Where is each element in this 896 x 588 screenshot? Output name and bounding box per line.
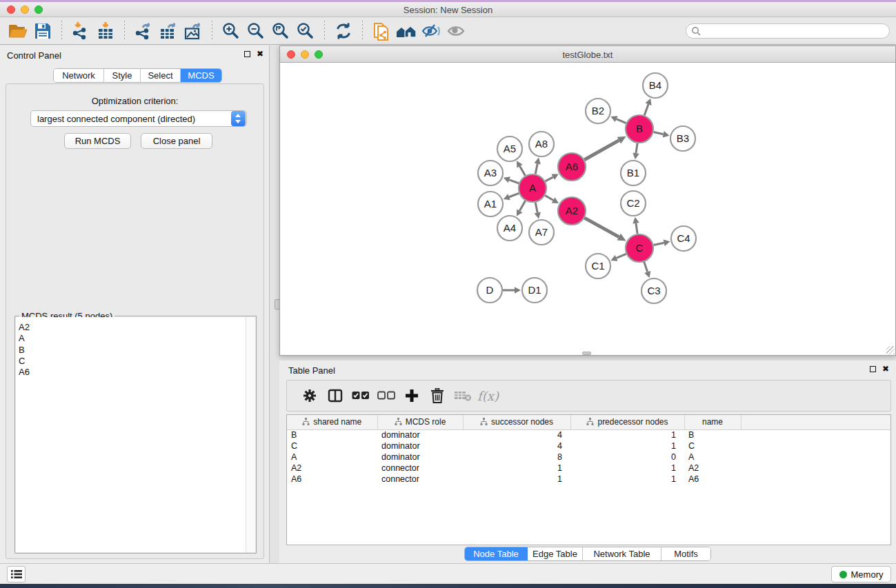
result-list-item[interactable]: A2: [19, 322, 246, 333]
graph-edge-A-A5[interactable]: [520, 166, 526, 176]
graph-edge-A-A3[interactable]: [509, 180, 519, 183]
control-panel: Control Panel ✖ Network Style Select MCD…: [0, 45, 270, 563]
graph-node-label: A3: [484, 167, 497, 179]
memory-button[interactable]: Memory: [831, 566, 891, 582]
select-all-icon[interactable]: [348, 384, 373, 407]
graph-node-label: B: [636, 123, 643, 134]
zoom-out-icon[interactable]: [243, 19, 268, 43]
graph-node-label: A6: [566, 161, 578, 172]
result-list-item[interactable]: B: [19, 345, 246, 356]
delete-columns-icon[interactable]: [424, 384, 450, 407]
float-table-panel-icon[interactable]: [870, 366, 876, 372]
graph-edge-C-C2[interactable]: [636, 223, 637, 234]
mcds-result-list[interactable]: A2ABCA6: [16, 317, 246, 552]
graph-edge-A-A8[interactable]: [535, 163, 537, 174]
graph-arrowhead: [663, 131, 670, 137]
optimization-criterion-select[interactable]: largest connected component (directed): [30, 110, 247, 127]
table-row[interactable]: Cdominator41C: [287, 440, 890, 452]
col-name[interactable]: name: [684, 415, 741, 429]
graph-edge-A-A7[interactable]: [535, 203, 537, 213]
table-row[interactable]: A6connector11A6: [287, 474, 890, 485]
resize-grip[interactable]: [886, 346, 895, 354]
col-shared-name[interactable]: shared name: [287, 415, 377, 429]
zoom-selected-icon[interactable]: [293, 19, 318, 43]
node-table-body: Bdominator41BCdominator41CAdominator80AA…: [287, 429, 890, 485]
network-canvas[interactable]: B4B2BB3A8A5A6A3B1AA1C2A2A4A7C4CC1C3DD1: [280, 63, 895, 355]
tab-network-table[interactable]: Network Table: [583, 547, 661, 560]
tab-motifs[interactable]: Motifs: [661, 547, 710, 560]
mcds-result-groupbox: MCDS result (5 nodes) A2ABCA6: [14, 316, 257, 554]
zoom-fit-icon[interactable]: [268, 19, 293, 43]
hide-selected-icon[interactable]: [419, 19, 444, 43]
graph-edge-B-B2[interactable]: [617, 119, 626, 123]
tab-node-table[interactable]: Node Table: [465, 547, 528, 560]
import-network-icon[interactable]: [68, 19, 93, 43]
show-columns-icon[interactable]: [322, 384, 348, 407]
graph-node-label: A8: [535, 138, 548, 150]
run-mcds-button[interactable]: Run MCDS: [64, 133, 131, 149]
result-scrollbar[interactable]: [246, 317, 255, 552]
col-mcds-role[interactable]: MCDS role: [377, 415, 463, 429]
tab-network[interactable]: Network: [54, 69, 104, 82]
close-panel-button[interactable]: Close panel: [141, 133, 212, 149]
export-image-icon[interactable]: [181, 19, 206, 43]
tab-style[interactable]: Style: [104, 69, 141, 82]
deselect-all-icon[interactable]: [373, 384, 399, 407]
graph-edge-A-A4[interactable]: [519, 201, 525, 211]
toolbar-separator: [212, 21, 212, 41]
zoom-in-icon[interactable]: [219, 19, 243, 43]
table-options-icon[interactable]: [297, 384, 322, 407]
function-builder-icon[interactable]: f(x): [475, 384, 501, 407]
graph-edge-A6-B[interactable]: [584, 141, 619, 160]
tab-select[interactable]: Select: [141, 69, 181, 82]
task-history-button[interactable]: [7, 566, 26, 582]
close-panel-icon[interactable]: ✖: [257, 50, 263, 57]
graph-edge-C-C3[interactable]: [644, 262, 648, 272]
graph-edge-B-B3[interactable]: [653, 132, 663, 134]
graph-node-label: C1: [591, 260, 604, 272]
graph-edge-C-C1[interactable]: [617, 254, 626, 258]
graph-node-label: A2: [566, 205, 578, 216]
h-scroll-thumb[interactable]: [582, 352, 591, 355]
show-all-icon[interactable]: [444, 19, 468, 43]
app-window: Session: New Session: [0, 2, 896, 584]
col-predecessor-nodes[interactable]: predecessor nodes: [570, 415, 684, 429]
graph-node-label: C3: [647, 285, 660, 296]
graph-node-label: C: [636, 242, 644, 254]
graph-edge-A-A6[interactable]: [545, 177, 552, 181]
first-neighbors-icon[interactable]: [394, 19, 419, 43]
graph-edge-A2-C[interactable]: [584, 218, 619, 236]
create-column-icon[interactable]: [399, 384, 424, 407]
graph-edge-A-A2[interactable]: [545, 196, 553, 201]
graph-edge-B-B4[interactable]: [644, 104, 648, 115]
open-session-icon[interactable]: [6, 19, 30, 43]
export-network-icon[interactable]: [131, 19, 156, 43]
table-row[interactable]: A2connector11A2: [287, 463, 890, 474]
search-input[interactable]: [701, 26, 889, 37]
new-network-from-selection-icon[interactable]: [369, 19, 394, 43]
float-panel-icon[interactable]: [244, 51, 250, 57]
close-table-panel-icon[interactable]: ✖: [882, 365, 889, 372]
apply-layout-icon[interactable]: [331, 19, 356, 43]
graph-arrowhead: [633, 153, 639, 160]
result-list-item[interactable]: C: [19, 356, 246, 367]
export-table-icon[interactable]: [156, 19, 181, 43]
import-table-icon[interactable]: [93, 19, 118, 43]
graph-node-label: C2: [626, 197, 639, 209]
tab-edge-table[interactable]: Edge Table: [528, 547, 583, 560]
result-list-item[interactable]: A: [19, 333, 246, 344]
table-row[interactable]: Bdominator41B: [287, 429, 890, 440]
table-row[interactable]: Adominator80A: [287, 452, 890, 463]
delete-table-icon[interactable]: [450, 384, 475, 407]
graph-edge-C-C4[interactable]: [654, 243, 664, 245]
graph-arrowhead: [535, 212, 541, 219]
graph-node-label: B1: [627, 167, 639, 179]
graph-edge-B-B1[interactable]: [636, 143, 637, 153]
toolbar-separator: [324, 21, 325, 41]
tab-mcds[interactable]: MCDS: [181, 69, 221, 82]
save-session-icon[interactable]: [30, 19, 55, 43]
result-list-item[interactable]: A6: [19, 367, 246, 378]
table-toolbar: f(x): [286, 380, 891, 412]
graph-edge-A-A1[interactable]: [509, 193, 519, 196]
col-successor-nodes[interactable]: successor nodes: [463, 415, 570, 429]
